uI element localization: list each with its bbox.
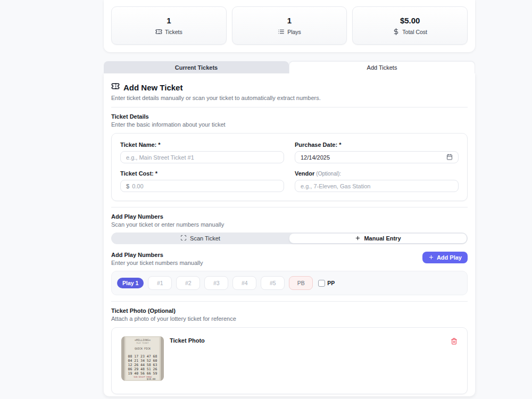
- ticket-icon: [155, 28, 162, 35]
- plays-label: Plays: [287, 29, 301, 35]
- ticket-photo-subheading: Attach a photo of your lottery ticket fo…: [111, 315, 468, 322]
- ticket-photo-label: Ticket Photo: [170, 337, 205, 344]
- play-numbers-subheading: Scan your ticket or enter numbers manual…: [111, 221, 468, 228]
- plays-count: 1: [287, 16, 292, 25]
- dollar-prefix: $: [126, 183, 129, 189]
- stat-card-plays: 1 Plays: [232, 6, 347, 45]
- tickets-label: Tickets: [165, 29, 182, 35]
- play-row: Play 1 PP: [111, 271, 468, 295]
- add-tickets-panel: Add New Ticket Enter ticket details manu…: [104, 73, 475, 396]
- svg-text:QUICK PICK: QUICK PICK: [135, 347, 151, 350]
- ticket-details-form: Ticket Name: * Purchase Date: * Ticket C…: [111, 133, 468, 201]
- purchase-date-input[interactable]: [301, 154, 446, 161]
- power-play-checkbox[interactable]: [318, 280, 325, 287]
- number-input-5[interactable]: [261, 276, 285, 290]
- divider: [111, 107, 468, 107]
- svg-text:=MILLIONS=: =MILLIONS=: [135, 338, 151, 342]
- plus-icon: [355, 235, 361, 242]
- svg-text:PLAY TICKET: PLAY TICKET: [136, 342, 149, 344]
- main-tabs: Current Tickets Add Tickets: [104, 61, 475, 73]
- calendar-icon[interactable]: [446, 154, 453, 161]
- stats-summary-card: 1 Tickets 1 Plays $5.00 Total Cost: [104, 0, 475, 52]
- divider: [111, 207, 468, 207]
- manual-entry-segment[interactable]: Manual Entry: [289, 233, 467, 244]
- manual-play-subheading: Enter your ticket numbers manually: [111, 260, 203, 266]
- ticket-cost-input[interactable]: [132, 183, 278, 189]
- scan-ticket-label: Scan Ticket: [190, 235, 220, 242]
- svg-text:19 40 56 66 59: 19 40 56 66 59: [128, 371, 157, 376]
- ticket-cost-label: Ticket Cost: *: [120, 170, 284, 177]
- manual-entry-label: Manual Entry: [364, 235, 401, 242]
- vendor-input[interactable]: [301, 183, 453, 189]
- entry-mode-toggle: Scan Ticket Manual Entry: [111, 232, 468, 244]
- ticket-photo-card: =MILLIONS= PLAY TICKET QUICK PICK 08 17 …: [111, 327, 468, 394]
- stat-card-total-cost: $5.00 Total Cost: [352, 6, 468, 45]
- ticket-name-label: Ticket Name: *: [120, 142, 284, 148]
- total-cost-value: $5.00: [400, 16, 420, 25]
- svg-text:$10.00: $10.00: [147, 378, 156, 380]
- powerball-input[interactable]: [289, 276, 313, 290]
- purchase-date-label: Purchase Date: *: [295, 142, 459, 148]
- power-play-label: PP: [327, 280, 335, 286]
- scan-icon: [180, 235, 187, 242]
- divider: [111, 301, 468, 302]
- svg-text:08 17 23 47 68: 08 17 23 47 68: [128, 354, 157, 359]
- tab-current-tickets[interactable]: Current Tickets: [104, 61, 289, 73]
- total-cost-label: Total Cost: [402, 29, 427, 35]
- svg-text:12 26 44 58 63: 12 26 44 58 63: [128, 363, 157, 367]
- ticket-photo-heading: Ticket Photo (Optional): [111, 307, 468, 314]
- ticket-details-subheading: Enter the basic information about your t…: [111, 121, 468, 128]
- number-input-1[interactable]: [148, 276, 172, 290]
- number-input-2[interactable]: [176, 276, 200, 290]
- play-numbers-heading: Add Play Numbers: [111, 213, 468, 220]
- ticket-name-input[interactable]: [126, 154, 278, 161]
- svg-text:06 29 48 51 26: 06 29 48 51 26: [128, 367, 157, 371]
- vendor-label: Vendor: [295, 170, 314, 177]
- page-title: Add New Ticket: [123, 83, 182, 92]
- svg-text:04 21 34 52 60: 04 21 34 52 60: [128, 359, 157, 363]
- scan-ticket-segment[interactable]: Scan Ticket: [112, 233, 289, 244]
- list-icon: [278, 28, 285, 35]
- stat-card-tickets: 1 Tickets: [111, 6, 227, 45]
- add-play-label: Add Play: [437, 254, 462, 261]
- number-input-3[interactable]: [204, 276, 228, 290]
- ticket-details-heading: Ticket Details: [111, 113, 468, 120]
- number-input-4[interactable]: [232, 276, 256, 290]
- plus-icon: [428, 254, 434, 261]
- ticket-photo-thumbnail[interactable]: =MILLIONS= PLAY TICKET QUICK PICK 08 17 …: [121, 336, 164, 381]
- tab-add-tickets[interactable]: Add Tickets: [289, 61, 475, 73]
- play-1-pill[interactable]: Play 1: [117, 278, 144, 288]
- ticket-icon: [111, 82, 120, 93]
- add-play-button[interactable]: Add Play: [422, 252, 468, 263]
- trash-icon[interactable]: [451, 337, 458, 347]
- page-subtitle: Enter ticket details manually or scan yo…: [111, 95, 468, 101]
- dollar-icon: [393, 28, 400, 35]
- tickets-count: 1: [167, 16, 171, 25]
- manual-play-heading: Add Play Numbers: [111, 252, 203, 258]
- vendor-optional-label: (Optional):: [316, 171, 341, 177]
